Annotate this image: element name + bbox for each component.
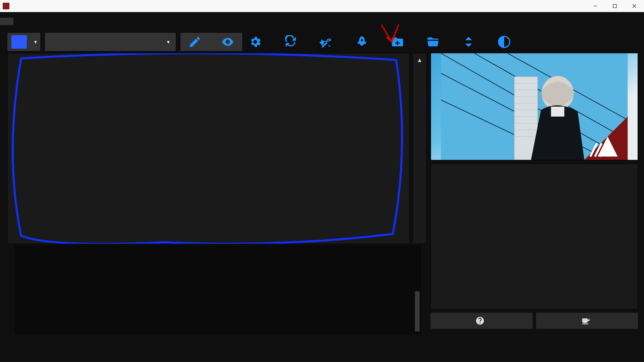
new-package-button[interactable] xyxy=(388,33,407,51)
tab-download-packages[interactable] xyxy=(13,18,27,25)
help-icon xyxy=(475,316,485,325)
mod-description xyxy=(431,164,638,309)
svg-rect-1 xyxy=(613,4,616,8)
col-enabled[interactable] xyxy=(8,53,28,63)
svg-rect-17 xyxy=(551,107,565,117)
game-selector[interactable]: ▼ xyxy=(7,33,40,51)
scrollbar-thumb[interactable] xyxy=(415,291,420,331)
chevron-down-icon: ▼ xyxy=(31,33,40,51)
priority-sidebar: ▲ xyxy=(413,53,427,244)
annotation-circle-icon xyxy=(8,53,410,244)
mod-preview-image xyxy=(431,53,638,160)
theme-toggle-button[interactable] xyxy=(494,33,514,51)
support-button[interactable] xyxy=(536,313,638,329)
col-link[interactable] xyxy=(333,53,410,63)
coffee-icon xyxy=(581,316,590,325)
col-version[interactable] xyxy=(303,53,333,63)
visibility-button[interactable] xyxy=(218,33,237,51)
package-table xyxy=(7,53,410,244)
game-badge-icon xyxy=(11,35,27,49)
sort-button[interactable] xyxy=(459,33,478,51)
build-button[interactable] xyxy=(317,33,336,51)
col-name[interactable] xyxy=(28,53,192,63)
open-folder-button[interactable] xyxy=(423,33,443,51)
window-maximize-button[interactable] xyxy=(605,0,625,12)
chevron-down-icon: ▼ xyxy=(166,40,170,45)
toolbar: ▼ ▼ xyxy=(0,31,644,53)
window-minimize-button[interactable] xyxy=(586,0,605,12)
setup-guide-button[interactable] xyxy=(431,313,533,329)
window-close-button[interactable] xyxy=(625,0,644,12)
edit-loadout-button[interactable] xyxy=(185,33,205,51)
refresh-button[interactable] xyxy=(281,33,301,51)
priority-up-icon[interactable]: ▲ xyxy=(417,53,423,67)
loadout-dropdown[interactable]: ▼ xyxy=(45,33,176,51)
log-console[interactable] xyxy=(15,246,421,334)
launch-button[interactable] xyxy=(352,33,372,51)
settings-button[interactable] xyxy=(246,33,265,51)
window-titlebar xyxy=(0,0,644,12)
col-author[interactable] xyxy=(192,53,303,63)
tab-manage-packages[interactable] xyxy=(0,18,13,25)
app-icon xyxy=(3,3,9,9)
